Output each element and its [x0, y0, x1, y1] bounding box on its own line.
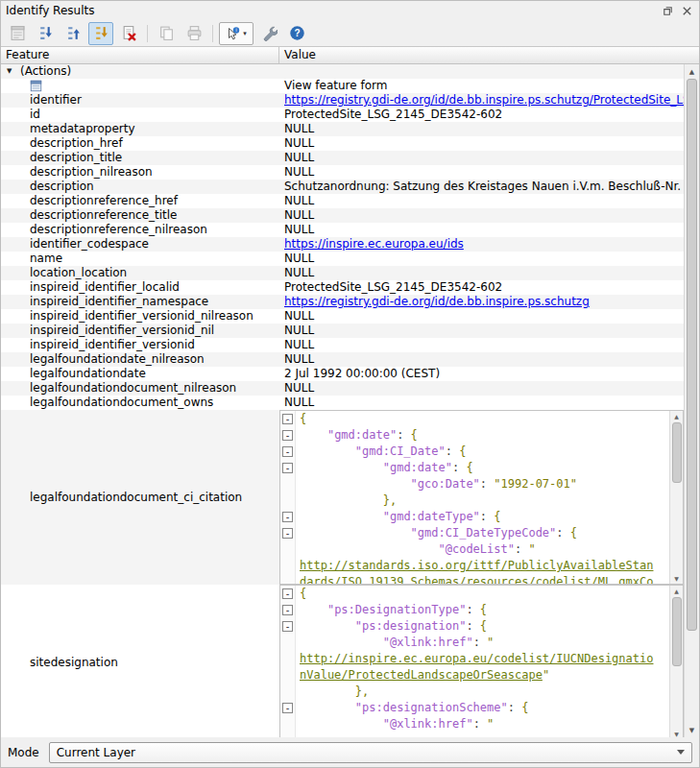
- fold-collapse-icon[interactable]: -: [282, 621, 293, 632]
- scroll-up-icon[interactable]: ▲: [674, 411, 679, 421]
- table-row[interactable]: descriptionSchutzanordnung: Satzung des …: [1, 180, 684, 194]
- clear-results-button[interactable]: [116, 22, 141, 45]
- table-row[interactable]: inspireid_identifier_namespacehttps://re…: [1, 295, 684, 309]
- table-row[interactable]: nameNULL: [1, 252, 684, 266]
- copy-icon: [158, 25, 175, 41]
- feature-name: legalfoundationdocument_nilreason: [30, 381, 236, 396]
- scroll-up-icon[interactable]: ▲: [674, 586, 679, 596]
- print-button[interactable]: [181, 22, 206, 45]
- editor-scrollbar[interactable]: ▲▼: [669, 586, 683, 737]
- scroll-thumb[interactable]: [687, 79, 697, 631]
- scroll-down-icon[interactable]: ▼: [674, 573, 679, 584]
- table-row-editor[interactable]: legalfoundationdocument_ci_citation-----…: [1, 410, 684, 585]
- collapse-tree-icon: [65, 25, 82, 41]
- toolbar-separator: [212, 25, 213, 42]
- fold-collapse-icon[interactable]: -: [282, 446, 293, 457]
- fold-margin[interactable]: ----: [280, 586, 296, 737]
- clear-results-icon: [121, 25, 137, 41]
- print-icon: [186, 25, 203, 41]
- value-text: NULL: [284, 136, 314, 150]
- value-text: NULL: [284, 352, 314, 366]
- table-row[interactable]: identifier_codespacehttps://inspire.ec.e…: [1, 237, 684, 252]
- group-label: (Actions): [20, 64, 71, 79]
- feature-name: descriptionreference_href: [30, 194, 178, 208]
- table-row[interactable]: View feature form: [1, 79, 684, 93]
- table-row[interactable]: descriptionreference_nilreasonNULL: [1, 223, 684, 237]
- fold-collapse-icon[interactable]: -: [282, 430, 293, 441]
- table-row[interactable]: descriptionreference_hrefNULL: [1, 194, 684, 208]
- expand-tree-button[interactable]: [33, 22, 58, 45]
- scroll-up-icon[interactable]: ▲: [685, 64, 699, 79]
- editor-scrollbar[interactable]: ▲▼: [669, 411, 683, 584]
- action-label[interactable]: View feature form: [284, 79, 387, 92]
- table-row[interactable]: legalfoundationdocument_ownsNULL: [1, 396, 684, 410]
- table-row-editor[interactable]: sitedesignation----{ "ps:DesignationType…: [1, 585, 684, 737]
- expand-new-results-toggle[interactable]: [88, 22, 113, 45]
- open-form-button[interactable]: [5, 22, 30, 45]
- table-row[interactable]: idProtectedSite_LSG_2145_DE3542-602: [1, 108, 684, 122]
- scroll-down-icon[interactable]: ▼: [685, 723, 699, 737]
- fold-collapse-icon[interactable]: -: [282, 528, 293, 539]
- float-button[interactable]: [660, 3, 675, 18]
- table-row[interactable]: inspireid_identifier_versionidNULL: [1, 338, 684, 352]
- table-row[interactable]: legalfoundationdate2 Jul 1992 00:00:00 (…: [1, 367, 684, 381]
- fold-collapse-icon[interactable]: -: [282, 605, 293, 615]
- scroll-thumb[interactable]: [672, 422, 682, 483]
- scroll-thumb[interactable]: [672, 597, 682, 666]
- expand-new-results-icon: [93, 25, 109, 41]
- fold-collapse-icon[interactable]: -: [282, 512, 293, 522]
- collapse-tree-button[interactable]: [60, 22, 85, 45]
- value-text: NULL: [284, 165, 314, 179]
- copy-feature-button[interactable]: [154, 22, 179, 45]
- json-code-editor[interactable]: ----{ "ps:DesignationType": { "ps:design…: [279, 585, 684, 737]
- fold-collapse-icon[interactable]: -: [282, 703, 293, 713]
- table-row[interactable]: legalfoundationdocument_nilreasonNULL: [1, 381, 684, 396]
- table-row[interactable]: inspireid_identifier_localidProtectedSit…: [1, 280, 684, 295]
- table-row[interactable]: description_titleNULL: [1, 151, 684, 165]
- table-row[interactable]: descriptionreference_titleNULL: [1, 208, 684, 223]
- table-row[interactable]: inspireid_identifier_versionid_nilreason…: [1, 309, 684, 324]
- toolbar: i ▾ ?: [1, 20, 699, 46]
- svg-text:?: ?: [294, 28, 300, 38]
- mode-combobox[interactable]: Current Layer: [49, 742, 692, 763]
- fold-collapse-icon[interactable]: -: [282, 588, 293, 599]
- feature-name: descriptionreference_title: [30, 208, 177, 223]
- table-row[interactable]: ▼(Actions): [1, 64, 684, 79]
- wrench-icon: [261, 25, 278, 41]
- value-link[interactable]: https://registry.gdi-de.org/id/de.bb.ins…: [284, 295, 590, 308]
- feature-name: metadataproperty: [30, 122, 135, 136]
- table-row[interactable]: legalfoundationdate_nilreasonNULL: [1, 352, 684, 367]
- value-text: NULL: [284, 194, 314, 207]
- value-text: NULL: [284, 151, 314, 164]
- feature-name: inspireid_identifier_localid: [30, 280, 180, 295]
- vertical-scrollbar[interactable]: ▲ ▼: [684, 64, 699, 737]
- identify-mode-dropdown[interactable]: i ▾: [219, 22, 253, 45]
- value-link[interactable]: https://inspire.ec.europa.eu/ids: [284, 237, 464, 251]
- table-row[interactable]: identifierhttps://registry.gdi-de.org/id…: [1, 93, 684, 108]
- help-icon: ?: [289, 25, 305, 41]
- fold-collapse-icon[interactable]: -: [282, 414, 293, 424]
- chevron-down-icon: [677, 750, 685, 755]
- feature-name: legalfoundationdocument_ci_citation: [30, 491, 242, 505]
- table-row[interactable]: description_hrefNULL: [1, 136, 684, 151]
- expand-arrow-icon[interactable]: ▼: [7, 64, 20, 79]
- value-text: NULL: [284, 122, 314, 135]
- table-row[interactable]: inspireid_identifier_versionid_nilNULL: [1, 324, 684, 338]
- column-header-value[interactable]: Value: [279, 47, 699, 63]
- toolbar-separator: [147, 25, 148, 42]
- value-text: NULL: [284, 266, 314, 279]
- fold-margin[interactable]: ------: [280, 411, 296, 584]
- column-header-feature[interactable]: Feature: [1, 47, 279, 63]
- close-button[interactable]: [679, 3, 694, 18]
- value-text: NULL: [284, 252, 314, 265]
- table-row[interactable]: description_nilreasonNULL: [1, 165, 684, 180]
- settings-button[interactable]: [256, 22, 281, 45]
- scroll-down-icon[interactable]: ▼: [674, 729, 679, 737]
- value-link[interactable]: https://registry.gdi-de.org/id/de.bb.ins…: [284, 93, 684, 107]
- table-row[interactable]: location_locationNULL: [1, 266, 684, 280]
- fold-collapse-icon[interactable]: -: [282, 463, 293, 473]
- results-rows: ▼(Actions)View feature formidentifierhtt…: [1, 64, 684, 737]
- help-button[interactable]: ?: [284, 22, 309, 45]
- table-row[interactable]: metadatapropertyNULL: [1, 122, 684, 136]
- json-code-editor[interactable]: ------{ "gmd:date": { "gmd:CI_Date": { "…: [279, 410, 684, 585]
